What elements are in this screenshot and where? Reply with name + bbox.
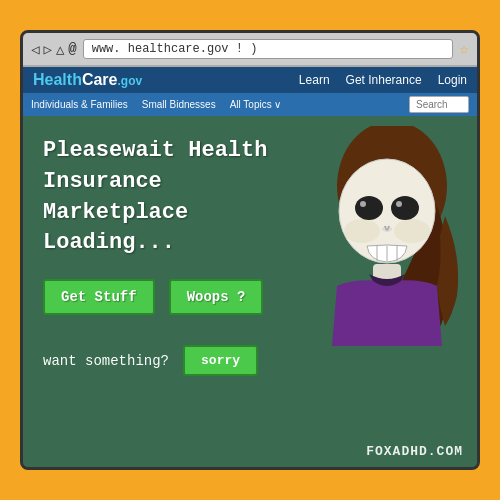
skull-character <box>297 126 467 346</box>
want-text: want something? <box>43 353 169 369</box>
svg-point-7 <box>396 201 402 207</box>
svg-point-2 <box>344 219 380 243</box>
logo-gov: .gov <box>117 74 142 88</box>
svg-point-6 <box>360 201 366 207</box>
nav-buttons: ◁ ▷ △ @ <box>31 41 77 58</box>
sub-nav-all-topics[interactable]: All Topics ∨ <box>230 99 282 110</box>
address-bar[interactable] <box>83 39 454 59</box>
woops-button[interactable]: Woops ? <box>169 279 264 315</box>
svg-point-4 <box>355 196 383 220</box>
refresh-button[interactable]: @ <box>68 41 76 57</box>
logo-care: Care <box>82 71 118 88</box>
up-button[interactable]: △ <box>56 41 64 58</box>
site-logo: HealthCare.gov <box>33 71 142 89</box>
get-stuff-button[interactable]: Get Stuff <box>43 279 155 315</box>
sub-nav-individuals[interactable]: Individuals & Families <box>31 99 128 110</box>
sorry-button[interactable]: sorry <box>183 345 258 376</box>
nav-learn[interactable]: Learn <box>299 73 330 87</box>
svg-point-5 <box>391 196 419 220</box>
browser-window: ◁ ▷ △ @ ☆ HealthCare.gov Learn Get Inher… <box>20 30 480 470</box>
svg-point-8 <box>382 226 392 232</box>
svg-point-3 <box>394 219 430 243</box>
sub-nav: Individuals & Families Small Bidnesses A… <box>23 93 477 116</box>
browser-chrome: ◁ ▷ △ @ ☆ <box>23 33 477 67</box>
sub-nav-small-biz[interactable]: Small Bidnesses <box>142 99 216 110</box>
back-button[interactable]: ◁ <box>31 41 39 58</box>
logo-health: Health <box>33 71 82 88</box>
forward-button[interactable]: ▷ <box>43 41 51 58</box>
loading-text: Pleasewait Health Insurance Marketplace … <box>43 136 303 259</box>
bookmark-icon[interactable]: ☆ <box>459 39 469 59</box>
site-header: HealthCare.gov Learn Get Inherance Login <box>23 67 477 93</box>
site-nav: Learn Get Inherance Login <box>299 73 467 87</box>
nav-login[interactable]: Login <box>438 73 467 87</box>
main-content: Pleasewait Health Insurance Marketplace … <box>23 116 477 467</box>
bottom-row: want something? sorry <box>43 345 457 376</box>
search-input[interactable] <box>409 96 469 113</box>
nav-get-inherance[interactable]: Get Inherance <box>346 73 422 87</box>
watermark: FOXADHD.COM <box>366 444 463 459</box>
